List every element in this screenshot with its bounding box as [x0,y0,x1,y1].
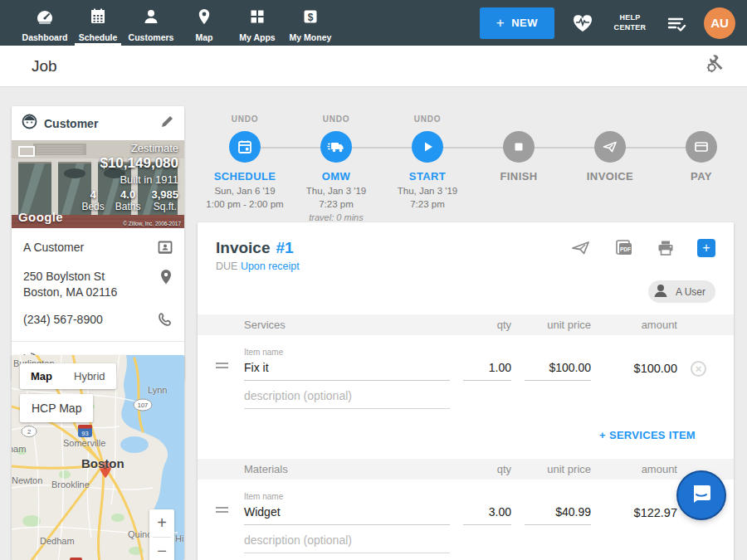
step-label: PAY [656,170,747,183]
invoice-title: Invoice [216,239,270,257]
add-services-item-button[interactable]: + SERVICES ITEM [599,429,696,441]
google-watermark: Google [18,210,63,224]
add-invoice-icon[interactable]: + [697,239,715,257]
built-year: Built in 1911 [81,173,178,186]
beds-label: Beds [81,201,104,212]
nav-item-customers[interactable]: Customers [124,0,178,46]
drag-handle-icon[interactable] [216,504,231,515]
pdf-icon[interactable]: PDF [614,239,634,257]
invoice-header: Invoice #1 PDF + [198,222,734,259]
property-stats: 4Beds 4.0Baths 3,985Sq.ft. [81,188,178,212]
activity-list-icon[interactable] [666,14,687,32]
due-terms-link[interactable]: Upon receipt [241,261,300,272]
assignee-chip[interactable]: A User [648,280,715,303]
beds-value: 4 [81,188,104,201]
qty-input[interactable]: 1.00 [463,361,511,381]
line-amount: $122.97 [604,506,677,525]
phone-icon[interactable] [158,312,173,329]
nav-item-my-money[interactable]: $ My Money [284,0,337,46]
invoice-number: #1 [276,239,293,257]
map-type-hybrid-button[interactable]: Hybrid [63,363,116,389]
unit-price-input[interactable]: $100.00 [525,361,591,381]
top-navbar: Dashboard Schedule Customers Map My Apps [0,0,747,46]
nav-label: Customers [129,32,174,42]
new-button-label: NEW [511,17,538,29]
job-header-bar: Job [0,46,747,87]
send-invoice-icon[interactable] [570,240,592,256]
zestimate-overlay: Zestimate $10,149,080 Built in 1911 4Bed… [81,142,178,212]
photo-frame-icon [18,146,35,157]
line-amount: $100.00 [604,362,677,381]
qty-input[interactable]: 3.00 [463,505,511,525]
description-input[interactable]: description (optional) [244,533,450,553]
nav-item-dashboard[interactable]: Dashboard [18,0,71,46]
omw-step-icon[interactable] [320,131,352,163]
help-center-link[interactable]: HELP CENTER [611,13,649,32]
nav-item-schedule[interactable]: Schedule [71,0,124,46]
map-type-map-button[interactable]: Map [20,363,63,389]
health-heart-icon[interactable] [571,12,594,34]
col-amount: amount [604,319,677,331]
unit-price-input[interactable]: $40.99 [525,505,591,525]
job-settings-icon[interactable] [704,55,725,78]
invoice-actions: PDF + [570,239,715,257]
new-button[interactable]: + NEW [480,7,554,39]
user-avatar[interactable]: AU [704,7,735,39]
col-amount: amount [604,463,677,475]
schedule-step-icon[interactable] [229,131,261,163]
apps-grid-icon [248,7,266,29]
address-pin-icon[interactable] [159,269,173,288]
timeline-step-start: UNDO START Thu, Jan 3 '197:23 pm [382,114,473,225]
due-row: DUE Upon receipt [198,259,734,272]
map-type-control: Map Hybrid [20,363,116,389]
chat-launcher-button[interactable] [678,472,725,519]
shield-107-text: 107 [138,402,149,409]
nav-label: My Money [290,32,332,42]
dashboard-icon [35,7,55,29]
zoom-in-button[interactable]: + [149,509,174,537]
col-qty: qty [463,463,511,475]
section-title: Materials [244,463,450,475]
invoice-card: Invoice #1 PDF + DUE Upon receipt A User [198,222,734,560]
edit-pencil-icon[interactable] [160,114,174,132]
customer-name: A Customer [23,240,84,256]
pay-step-icon[interactable] [686,131,717,163]
step-date: Thu, Jan 3 '197:23 pmtravel: 0 mins [290,184,382,225]
timeline-step-pay: PAY [656,114,747,225]
assignee-row: A User [198,272,734,314]
svg-text:PDF: PDF [620,246,631,252]
contact-card-icon[interactable] [158,240,173,257]
undo-schedule-button[interactable]: UNDO [199,114,290,126]
nav-label: Schedule [79,32,118,42]
step-label: START [382,170,473,183]
item-name-input[interactable]: Fix it [244,361,450,381]
customer-card-title: Customer [44,117,98,130]
map-pin-icon [195,7,213,29]
nav-item-map[interactable]: Map [178,0,231,46]
page-title: Job [32,57,57,75]
finish-step-icon[interactable] [503,131,535,163]
service-line-item: Item name Fix it 1.00 $100.00 $100.00 × [198,348,734,381]
address-line1: 250 Boylston St [23,270,105,283]
undo-start-button[interactable]: UNDO [382,114,473,126]
description-input[interactable]: description (optional) [244,389,450,409]
timeline-step-schedule: UNDO SCHEDULE Sun, Jan 6 '191:00 pm - 2:… [199,114,290,225]
customers-icon [142,7,160,29]
item-name-input[interactable]: Widget [244,505,450,525]
col-qty: qty [463,319,511,331]
invoice-step-icon[interactable] [594,131,626,163]
materials-section-header: Materials qty unit price amount [198,459,734,480]
section-title: Services [244,319,450,331]
hcp-map-button[interactable]: HCP Map [20,394,93,422]
undo-omw-button[interactable]: UNDO [290,114,382,126]
navbar-right: + NEW HELP CENTER AU [480,0,747,46]
sqft-label: Sq.ft. [151,201,178,212]
drag-handle-icon[interactable] [216,360,231,371]
add-material-row: + MATERIALS ITEM [198,553,734,560]
print-icon[interactable] [657,239,675,257]
shield-2-text: 2 [27,428,31,436]
start-step-icon[interactable] [412,131,443,163]
zoom-out-button[interactable]: − [149,538,174,560]
remove-item-button[interactable]: × [691,361,706,377]
nav-item-my-apps[interactable]: My Apps [231,0,284,46]
